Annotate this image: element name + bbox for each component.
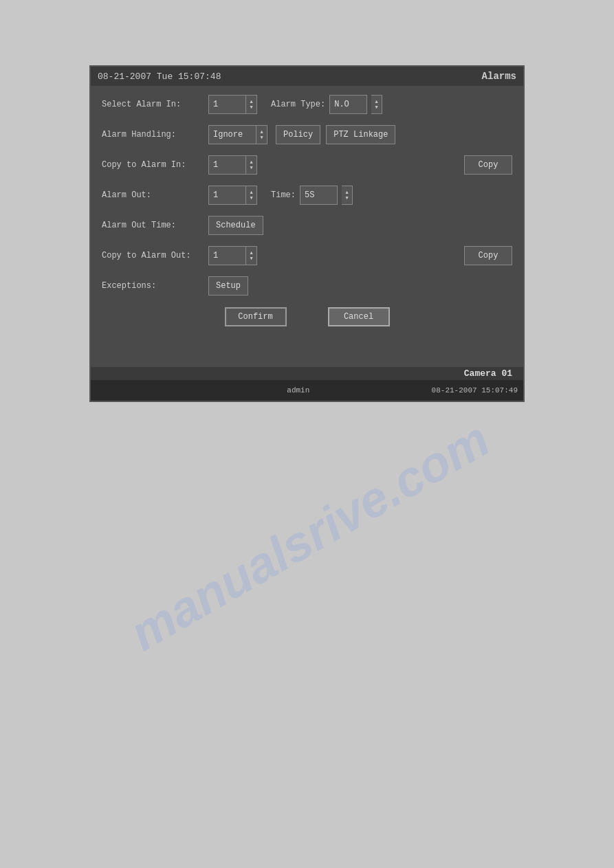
row-alarm-out: Alarm Out: 1 ▲ ▼ Time: 5S ▲ ▼ <box>102 183 512 207</box>
dvr-content: 08-21-2007 Tue 15:07:48 Alarms Select Al… <box>91 67 523 401</box>
confirm-button[interactable]: Confirm <box>225 307 287 326</box>
row-copy-alarm-out: Copy to Alarm Out: 1 ▲ ▼ Copy <box>102 244 512 267</box>
copy-alarm-in-button[interactable]: Copy <box>464 155 512 175</box>
policy-button[interactable]: Policy <box>276 125 320 144</box>
dvr-screen: 08-21-2007 Tue 15:07:48 Alarms Select Al… <box>89 65 525 402</box>
alarm-type-label: Alarm Type: <box>271 100 325 109</box>
setup-button[interactable]: Setup <box>208 276 248 296</box>
header-datetime: 08-21-2007 Tue 15:07:48 <box>98 71 221 82</box>
cancel-button[interactable]: Cancel <box>328 307 390 326</box>
row-alarm-out-time: Alarm Out Time: Schedule <box>102 214 512 237</box>
alarm-type-value[interactable]: N.O <box>329 95 367 114</box>
copy-to-alarm-out-label: Copy to Alarm Out: <box>102 251 208 260</box>
copy-to-alarm-in-arrow[interactable]: ▲ ▼ <box>246 155 257 175</box>
bottom-bar: admin 08-21-2007 15:07:49 <box>91 380 523 401</box>
time-group: Time: 5S ▲ ▼ <box>271 186 353 205</box>
header-title: Alarms <box>482 71 516 82</box>
alarm-handling-value[interactable]: Ignore <box>208 125 256 144</box>
copy-to-alarm-in-label: Copy to Alarm In: <box>102 160 208 170</box>
watermark: manualsrive.com <box>103 399 516 674</box>
copy-to-alarm-out-arrow[interactable]: ▲ ▼ <box>246 246 257 265</box>
exceptions-label: Exceptions: <box>102 281 208 291</box>
ptz-linkage-button[interactable]: PTZ Linkage <box>326 125 395 144</box>
row-alarm-handling: Alarm Handling: Ignore ▲ ▼ Policy PTZ Li… <box>102 123 512 146</box>
alarm-out-label: Alarm Out: <box>102 190 208 200</box>
bottom-bar-user: admin <box>287 386 309 394</box>
schedule-button[interactable]: Schedule <box>208 216 263 235</box>
row-copy-alarm-in: Copy to Alarm In: 1 ▲ ▼ Copy <box>102 153 512 177</box>
alarm-handling-label: Alarm Handling: <box>102 130 208 140</box>
header-bar: 08-21-2007 Tue 15:07:48 Alarms <box>91 67 523 86</box>
copy-to-alarm-in-value[interactable]: 1 <box>208 155 246 175</box>
alarm-out-value[interactable]: 1 <box>208 186 246 205</box>
dialog-body: Select Alarm In: 1 ▲ ▼ Alarm Type: N.O ▲… <box>91 86 523 367</box>
camera-row: Camera 01 <box>91 367 523 380</box>
copy-to-alarm-out-value[interactable]: 1 <box>208 246 246 265</box>
alarm-out-arrow[interactable]: ▲ ▼ <box>246 186 257 205</box>
copy-alarm-out-button[interactable]: Copy <box>464 246 512 265</box>
alarm-handling-arrow[interactable]: ▲ ▼ <box>256 125 267 144</box>
watermark-text: manualsrive.com <box>120 410 498 661</box>
confirm-row: Confirm Cancel <box>102 307 512 326</box>
page-container: 08-21-2007 Tue 15:07:48 Alarms Select Al… <box>0 0 614 868</box>
select-alarm-in-arrow[interactable]: ▲ ▼ <box>246 95 257 114</box>
alarm-type-arrow[interactable]: ▲ ▼ <box>371 95 382 114</box>
time-label: Time: <box>271 190 296 200</box>
alarm-out-time-label: Alarm Out Time: <box>102 221 208 230</box>
camera-label: Camera 01 <box>464 368 518 379</box>
row-exceptions: Exceptions: Setup <box>102 274 512 298</box>
time-arrow[interactable]: ▲ ▼ <box>342 186 353 205</box>
select-alarm-in-value[interactable]: 1 <box>208 95 246 114</box>
select-alarm-in-label: Select Alarm In: <box>102 100 208 109</box>
bottom-bar-datetime: 08-21-2007 15:07:49 <box>432 386 518 394</box>
alarm-type-group: Alarm Type: N.O ▲ ▼ <box>271 95 382 114</box>
row-select-alarm-in: Select Alarm In: 1 ▲ ▼ Alarm Type: N.O ▲… <box>102 93 512 116</box>
time-value[interactable]: 5S <box>300 186 338 205</box>
